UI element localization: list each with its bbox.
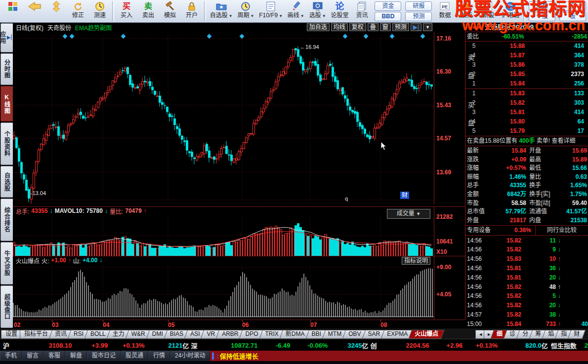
toolbar-item-买入[interactable]: 买买入: [116, 0, 137, 22]
chart-button-窗[interactable]: 窗: [380, 23, 391, 31]
sector-name[interactable]: 专用设备: [465, 226, 502, 235]
tick-row[interactable]: 14:5615.8220↓: [465, 301, 588, 310]
toolbar-item-沪港通[interactable]: SSEHKE沪港通: [499, 0, 522, 22]
order-book-row[interactable]: 115.83133: [465, 88, 588, 98]
toolbar-button-个股[interactable]: 个股: [529, 12, 555, 21]
indicator-svg[interactable]: [13, 264, 434, 319]
tab-新DMA[interactable]: 新DMA: [281, 330, 309, 339]
sidebar-item-K线图[interactable]: K线图: [0, 86, 13, 121]
toolbar-item-新股[interactable]: IPO新股: [477, 0, 499, 22]
bottom-link-24小时滚动[interactable]: 24小时滚动: [170, 351, 210, 361]
industry-compare-link[interactable]: 同行业比较: [535, 226, 588, 235]
toolbar-button-板[interactable]: 板: [559, 12, 586, 21]
tick-row[interactable]: 15:0015.84733↑40: [465, 319, 588, 328]
tick-row[interactable]: 14:5615.8120↓: [465, 273, 588, 282]
cai-tag[interactable]: 财: [400, 192, 409, 199]
order-book-row[interactable]: 215.852373: [465, 70, 588, 79]
toolbar-item[interactable]: [24, 0, 45, 22]
tick-row[interactable]: 14:5615.8211↓: [465, 236, 588, 245]
sidebar-item-分时图[interactable]: 分时图: [0, 53, 13, 85]
chart-sub-indicator-label[interactable]: EMA趋势副图: [75, 23, 112, 32]
news-ticker[interactable]: ▍:保持低速增长: [210, 351, 588, 361]
order-alert[interactable]: 在卖盘15.88位置有 400手 卖单! 查看详细: [465, 136, 588, 146]
volume-svg[interactable]: [13, 215, 434, 256]
tab-设置[interactable]: 设置: [1, 330, 22, 339]
sidebar-item-应用[interactable]: ▶▏应用: [0, 23, 13, 52]
order-book-row[interactable]: 315.81414: [465, 108, 588, 117]
sidebar-item-超级盘口[interactable]: 超级盘口: [0, 285, 13, 328]
toolbar-button-BBD[interactable]: BBD: [375, 12, 401, 21]
tab-火山爆点[interactable]: 火山爆点: [410, 330, 443, 339]
chart-period-label[interactable]: 日线(复权): [16, 23, 43, 32]
bottom-link-客服[interactable]: 客服: [43, 351, 65, 361]
toolbar-button-预测[interactable]: 预测: [405, 12, 432, 21]
toolbar-button-资金[interactable]: 资金: [375, 1, 401, 11]
chart-button-预测[interactable]: 预测: [392, 23, 409, 31]
toolbar-item-论股堂[interactable]: 论论股堂: [329, 0, 351, 22]
volume-pane[interactable]: 总手:43355↓MAVOL10:75780↓量比:70479↑ 2128210…: [13, 206, 465, 256]
order-book-row[interactable]: 515.7917: [465, 126, 588, 136]
sidebar-item-综合排名[interactable]: 综合排名: [0, 199, 13, 241]
chart-button-加自选[interactable]: 加自选: [307, 23, 330, 31]
toolbar-button-指数[interactable]: 指数: [529, 1, 555, 11]
indicator-plot[interactable]: [13, 264, 434, 319]
stat-label: 总手: [465, 181, 493, 190]
tab-EXPMA[interactable]: EXPMA: [382, 330, 412, 339]
chart-button-复权[interactable]: 复权: [349, 23, 366, 31]
toolbar-item-测速[interactable]: 测速: [89, 0, 111, 22]
toolbar-item-自选股[interactable]: 自选股▼: [208, 0, 235, 22]
toolbar-item-F10/F9[interactable]: F10/F9▼: [256, 0, 285, 22]
toolbar-item-卖出[interactable]: 卖卖出: [137, 0, 159, 22]
chart-nav-icon[interactable]: ▶|: [411, 23, 421, 31]
order-book-row[interactable]: 415.8064: [465, 117, 588, 126]
bottom-link-解盘[interactable]: 解盘: [65, 351, 87, 361]
toolbar-button-全[interactable]: 全: [559, 1, 586, 11]
volume-plot[interactable]: [13, 215, 434, 256]
toolbar-item-修正[interactable]: 修正: [67, 0, 89, 22]
order-book-row[interactable]: 515.88414: [465, 41, 588, 51]
order-book-row[interactable]: 215.82303: [465, 98, 588, 108]
toolbar-item-周期[interactable]: 周期▼: [235, 0, 256, 22]
toolbar-item-模拟[interactable]: 模拟: [159, 0, 181, 22]
candlestick-plot[interactable]: ←16.94-13.04q财: [13, 32, 434, 204]
bottom-link-股灵通[interactable]: 股灵通: [121, 351, 148, 361]
chart-button-均线[interactable]: 均线: [331, 23, 348, 31]
sidebar-item-个股资料[interactable]: 个股资料: [0, 122, 13, 165]
tick-row[interactable]: 14:5615.8136↓: [465, 264, 588, 273]
tab-指标平台[interactable]: 指标平台: [20, 330, 52, 339]
candlestick-pane[interactable]: 日线(复权) 天奇股份 EMA趋势副图 加自选均线复权叠窗预测▶|▼ ←16.9…: [13, 23, 465, 206]
volume-type-dropdown[interactable]: 成交量 ▼: [387, 209, 430, 219]
tick-row[interactable]: 14:5615.8248↑: [465, 282, 588, 291]
tick-row[interactable]: 14:5615.825↓: [465, 291, 588, 301]
sidebar-item-自选股[interactable]: 自选股: [0, 166, 13, 198]
candlestick-svg[interactable]: [13, 32, 434, 204]
toolbar-item-选股[interactable]: 选股▼: [307, 0, 329, 22]
toolbar-item[interactable]: [2, 0, 24, 22]
toolbar-scroll-arrows[interactable]: [45, 0, 67, 22]
toolbar-button-研报[interactable]: 研报: [405, 1, 432, 11]
q-event-marker[interactable]: q: [345, 196, 348, 202]
toolbar-item-热点[interactable]: HOT热点: [456, 0, 477, 22]
order-book-row[interactable]: 415.87364: [465, 51, 588, 60]
toolbar-item-开户[interactable]: 开户: [181, 0, 203, 22]
bottom-link-留言[interactable]: 留言: [22, 351, 43, 361]
bottom-link-行情[interactable]: 行情: [148, 351, 170, 361]
bottom-link-股市日记[interactable]: 股市日记: [87, 351, 121, 361]
tick-row[interactable]: 14:5615.829↓: [465, 245, 588, 254]
tick-row[interactable]: 14:5615.8310↑: [465, 254, 588, 264]
chart-nav-dropdown[interactable]: ▼: [423, 23, 432, 31]
order-book-row[interactable]: 115.84256: [465, 79, 588, 88]
sidebar-item-牛叉诊股[interactable]: 牛叉诊股: [0, 242, 13, 284]
toolbar-item-资讯[interactable]: 资讯: [351, 0, 373, 22]
toolbar-item-画线[interactable]: 画线▼: [285, 0, 307, 22]
indicator-pane[interactable]: 火山爆点火:+1.00↑山:+4.00↓ +9.00+4.05 指标说明: [13, 256, 465, 320]
order-book-row[interactable]: 315.86378: [465, 60, 588, 70]
chart-stock-name[interactable]: 天奇股份: [47, 23, 71, 32]
tick-row[interactable]: 14:5715.8238↓: [465, 310, 588, 319]
bottom-link-手机[interactable]: 手机: [0, 351, 22, 361]
mini-tab-财[interactable]: 财: [569, 330, 584, 339]
toolbar-item-数据[interactable]: PE数据: [434, 0, 456, 22]
chart-button-叠[interactable]: 叠: [368, 23, 378, 31]
indicator-help-button[interactable]: 指标说明: [402, 257, 430, 265]
order-volume: 2373: [525, 70, 588, 79]
